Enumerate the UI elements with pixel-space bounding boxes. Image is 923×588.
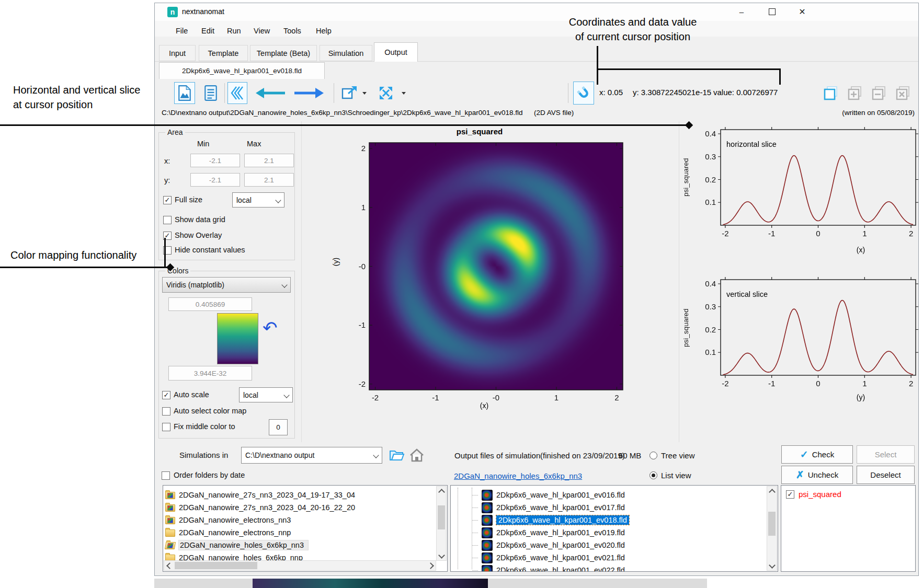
file-row[interactable]: 2Dkp6x6_wave_hl_kpar001_ev022.fld	[472, 564, 625, 572]
right-splitter[interactable]	[679, 121, 679, 442]
scroll-left-button[interactable]	[165, 561, 174, 570]
slices-toggle-button[interactable]	[227, 82, 247, 104]
color-min-field[interactable]: 3.944E-32	[168, 366, 252, 381]
title-bar[interactable]: n nextnanomat – ✕	[155, 3, 918, 21]
browse-folder-button[interactable]	[388, 447, 406, 463]
tab-input[interactable]: Input	[159, 45, 196, 61]
folder-list[interactable]: 2DGaN_nanowire_27s_nn3_2023_04_19-17_33_…	[163, 485, 448, 572]
file-row-selected[interactable]: 2Dkp6x6_wave_hl_kpar001_ev018.fld	[472, 514, 629, 526]
scroll-up-button[interactable]	[437, 488, 446, 496]
show-data-grid-checkbox[interactable]	[163, 216, 172, 224]
tab-template-beta[interactable]: Template (Beta)	[250, 45, 317, 61]
scroll-up-button[interactable]	[767, 488, 777, 496]
minimize-button[interactable]: –	[729, 3, 754, 20]
scroll-right-button[interactable]	[426, 561, 435, 570]
colormap-select[interactable]: Viridis (matplotlib)	[162, 277, 291, 293]
component-list[interactable]: psi_squared	[781, 485, 916, 572]
vertical-slice-plot[interactable]	[680, 272, 923, 411]
chevron-up-icon	[769, 489, 776, 495]
file-tab[interactable]: 2Dkp6x6_wave_hl_kpar001_ev018.fld	[159, 62, 325, 79]
folder-row[interactable]: 2DGaN_nanowire_27s_nn3_2023_04_20-16_22_…	[165, 501, 355, 514]
deselect-button[interactable]: Deselect	[857, 466, 915, 484]
menu-edit[interactable]: Edit	[201, 24, 214, 38]
scrollbar-thumb[interactable]	[175, 562, 257, 569]
export-dropdown-caret[interactable]	[362, 92, 367, 95]
scroll-down-button[interactable]	[437, 551, 446, 559]
heatmap-plot[interactable]	[343, 126, 633, 419]
x-max-field[interactable]: 2.1	[244, 154, 294, 167]
folder-list-vscrollbar[interactable]	[436, 486, 447, 561]
tree-view-radio[interactable]	[649, 452, 657, 459]
tab-simulation[interactable]: Simulation	[320, 45, 372, 61]
scroll-down-button[interactable]	[767, 561, 777, 569]
horizontal-slice-plot[interactable]	[680, 122, 923, 261]
file-row[interactable]: 2Dkp6x6_wave_hl_kpar001_ev019.fld	[472, 526, 625, 539]
simulation-dir-select[interactable]: C:\D\nextnano output	[241, 447, 382, 464]
folder-row[interactable]: 2DGaN_nanowire_electrons_nn3	[165, 514, 291, 526]
reverse-colormap-icon[interactable]: ↷	[263, 317, 278, 338]
full-size-checkbox[interactable]	[163, 196, 172, 204]
fix-middle-color-label: Fix middle color to	[174, 422, 235, 431]
report-view-button[interactable]	[203, 83, 219, 103]
fix-middle-color-checkbox[interactable]	[162, 423, 170, 431]
select-button[interactable]: Select	[857, 445, 915, 464]
fullscreen-button[interactable]	[374, 83, 397, 103]
folder-list-hscrollbar[interactable]	[164, 560, 436, 571]
list-view-radio[interactable]	[649, 471, 657, 479]
menu-tools[interactable]: Tools	[283, 24, 301, 38]
new-view-button[interactable]	[821, 83, 841, 103]
menu-help[interactable]: Help	[316, 24, 332, 38]
file-row[interactable]: 2Dkp6x6_wave_hl_kpar001_ev021.fld	[472, 551, 625, 564]
snap-cursor-button[interactable]	[573, 82, 594, 105]
folder-row-selected[interactable]: 2DGaN_nanowire_holes_6x6kp_nn3	[165, 539, 308, 551]
order-folders-checkbox[interactable]	[162, 471, 170, 480]
auto-scale-mode-select[interactable]: local	[239, 387, 293, 402]
nextnanomat-window: n nextnanomat – ✕ File Edit Run View Too…	[154, 3, 919, 576]
export-button[interactable]	[339, 83, 361, 103]
close-button[interactable]: ✕	[790, 3, 815, 20]
file-list-vscrollbar[interactable]	[767, 486, 777, 571]
scrollbar-thumb[interactable]	[768, 512, 776, 536]
menu-run[interactable]: Run	[227, 24, 241, 38]
menu-file[interactable]: File	[176, 24, 188, 38]
tab-output[interactable]: Output	[374, 42, 418, 62]
fullscreen-dropdown-caret[interactable]	[402, 92, 406, 95]
scrollbar-thumb[interactable]	[438, 505, 445, 529]
remove-view-button[interactable]	[869, 83, 889, 103]
output-file-list[interactable]: 2Dkp6x6_wave_hl_kpar001_ev016.fld 2Dkp6x…	[450, 485, 778, 572]
file-row[interactable]: 2Dkp6x6_wave_hl_kpar001_ev020.fld	[472, 539, 625, 551]
close-view-button[interactable]	[893, 83, 913, 103]
x-min-field[interactable]: -2.1	[190, 154, 240, 167]
tabstrip-divider	[155, 61, 918, 62]
menu-view[interactable]: View	[254, 24, 270, 38]
y-min-field[interactable]: -2.1	[190, 173, 240, 187]
back-button[interactable]	[252, 86, 288, 100]
add-view-button[interactable]	[845, 83, 865, 103]
folder-row[interactable]: 2DGaN_nanowire_27s_nn3_2023_04_19-17_33_…	[165, 489, 355, 501]
tab-template[interactable]: Template	[199, 45, 248, 61]
fix-middle-color-value[interactable]: 0	[269, 419, 288, 435]
file-row[interactable]: 2Dkp6x6_wave_hl_kpar001_ev016.fld	[472, 489, 625, 501]
left-splitter[interactable]	[301, 121, 302, 442]
component-checkbox[interactable]	[786, 490, 794, 499]
folder-row[interactable]: 2DGaN_nanowire_electrons_nnp	[165, 526, 291, 539]
file-row[interactable]: 2Dkp6x6_wave_hl_kpar001_ev017.fld	[472, 501, 625, 514]
fld-thumbnail-icon	[482, 527, 493, 538]
image-view-button[interactable]	[174, 82, 195, 104]
y-max-field[interactable]: 2.1	[244, 173, 294, 187]
full-size-mode-select[interactable]: local	[232, 192, 284, 207]
auto-scale-checkbox[interactable]	[162, 391, 170, 399]
check-icon: ✓	[800, 448, 808, 460]
full-size-mode-value: local	[236, 196, 252, 204]
simulation-folder-link[interactable]: 2DGaN_nanowire_holes_6x6kp_nn3	[454, 471, 582, 480]
forward-button[interactable]	[292, 86, 327, 100]
vslice-xlabel: (y)	[845, 393, 876, 401]
color-max-field[interactable]: 0.405869	[168, 297, 252, 311]
check-button[interactable]: ✓Check	[781, 445, 853, 464]
auto-select-colormap-checkbox[interactable]	[162, 407, 170, 416]
maximize-button[interactable]	[759, 3, 784, 20]
home-button[interactable]	[409, 447, 425, 463]
uncheck-button[interactable]: ✗Uncheck	[781, 466, 853, 484]
hslice-ylabel: psi_squared	[682, 134, 690, 197]
chevron-down-icon	[281, 282, 287, 287]
